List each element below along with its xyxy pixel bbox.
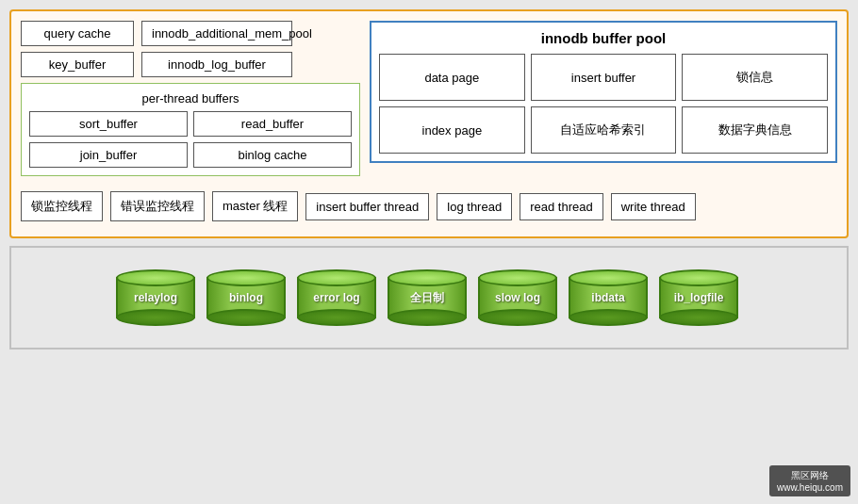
row1: query cache innodb_additional_mem_pool [21,21,360,46]
lock-info-box: 锁信息 [682,54,828,101]
per-thread-title: per-thread buffers [29,91,352,106]
pool-grid: data page insert buffer 锁信息 index page 自… [379,54,828,154]
query-cache-box: query cache [21,21,134,46]
insert-buffer-box: insert buffer [531,54,677,101]
drum-errorlog-label: error log [297,291,376,304]
lock-monitor-thread: 锁监控线程 [21,191,103,221]
top-row: query cache innodb_additional_mem_pool k… [21,21,837,176]
watermark-line1: 黑区网络 [777,469,843,482]
drum-slowlog-label: slow log [478,291,557,304]
master-thread: master 线程 [212,191,298,221]
drum-iblogfile-label: ib_logfile [659,291,738,304]
main-container: query cache innodb_additional_mem_pool k… [0,0,858,359]
data-page-box: data page [379,54,525,101]
bottom-section: relaylog binlog error log 全日制 slow log [9,246,849,350]
innodb-additional-mem-box: innodb_additional_mem_pool [141,21,292,46]
index-page-label: index page [422,123,483,138]
sort-buffer-label: sort_buffer [79,117,138,131]
join-buffer-label: join_buffer [80,148,137,162]
per-thread-grid: sort_buffer read_buffer join_buffer binl… [29,111,352,168]
log-thread: log thread [437,193,512,220]
query-cache-label: query cache [44,26,111,41]
lock-monitor-label: 锁监控线程 [31,199,92,213]
drum-quanrizhi: 全日制 [388,269,470,326]
innodb-log-buffer-label: innodb_log_buffer [168,57,266,72]
data-dict-label: 数据字典信息 [718,122,792,138]
innodb-additional-mem-label: innodb_additional_mem_pool [152,26,312,41]
innodb-buffer-pool-title: innodb buffer pool [379,30,828,46]
read-buffer-label: read_buffer [241,117,304,131]
error-monitor-thread: 错误监控线程 [110,191,205,221]
lock-info-label: 锁信息 [736,69,773,86]
master-thread-label: master 线程 [223,199,288,213]
log-thread-label: log thread [447,200,502,214]
insert-buffer-thread-label: insert buffer thread [316,200,419,214]
read-thread: read thread [520,193,603,220]
read-buffer-box: read_buffer [193,111,352,137]
insert-buffer-thread: insert buffer thread [305,193,429,220]
drum-slowlog: slow log [478,269,561,326]
drum-relaylog: relaylog [116,269,199,326]
top-section: query cache innodb_additional_mem_pool k… [9,9,849,238]
row2: key_buffer innodb_log_buffer [21,52,360,77]
drum-ibdata-label: ibdata [569,291,648,304]
drum-binlog-label: binlog [206,291,286,304]
index-page-box: index page [379,106,525,154]
data-dict-box: 数据字典信息 [682,106,828,154]
drum-errorlog: error log [297,269,380,326]
write-thread: write thread [611,193,696,220]
watermark: 黑区网络 www.heiqu.com [769,465,850,496]
drum-quanrizhi-label: 全日制 [388,290,467,306]
threads-row: 锁监控线程 错误监控线程 master 线程 insert buffer thr… [21,186,837,227]
left-memory: query cache innodb_additional_mem_pool k… [21,21,360,176]
innodb-buffer-pool: innodb buffer pool data page insert buff… [370,21,837,163]
insert-buffer-label: insert buffer [571,71,635,85]
data-page-label: data page [424,71,479,85]
adaptive-hash-box: 自适应哈希索引 [531,106,677,154]
innodb-log-buffer-box: innodb_log_buffer [141,52,292,77]
key-buffer-label: key_buffer [49,57,106,72]
binlog-cache-box: binlog cache [193,142,352,168]
write-thread-label: write thread [621,200,685,214]
drum-iblogfile: ib_logfile [659,269,742,326]
error-monitor-label: 错误监控线程 [121,199,194,213]
join-buffer-box: join_buffer [29,142,188,168]
adaptive-hash-label: 自适应哈希索引 [560,122,646,138]
watermark-line2: www.heiqu.com [777,482,843,493]
drum-binlog: binlog [206,269,289,326]
drum-relaylog-label: relaylog [116,291,195,304]
drum-ibdata: ibdata [569,269,652,326]
per-thread-section: per-thread buffers sort_buffer read_buff… [21,83,360,176]
read-thread-label: read thread [530,200,593,214]
binlog-cache-label: binlog cache [239,148,307,162]
sort-buffer-box: sort_buffer [29,111,188,137]
key-buffer-box: key_buffer [21,52,134,77]
